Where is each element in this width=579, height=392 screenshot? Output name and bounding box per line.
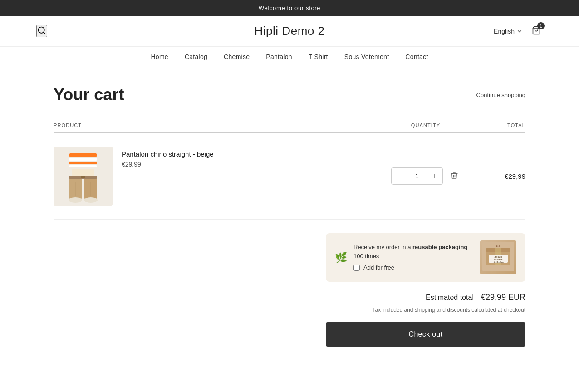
nav-item-chemise[interactable]: Chemise xyxy=(224,53,250,60)
nav-item-contact[interactable]: Contact xyxy=(405,53,428,60)
cart-item-row: Pantalon chino straight - beige €29,99 −… xyxy=(54,133,525,220)
reusable-text-part2: 100 times xyxy=(353,253,379,260)
nav-item-pantalon[interactable]: Pantalon xyxy=(266,53,292,60)
chevron-down-icon xyxy=(516,28,523,34)
tax-note: Tax included and shipping and discounts … xyxy=(326,307,525,313)
store-title: Hipli Demo 2 xyxy=(254,24,324,38)
language-label: English xyxy=(494,28,515,35)
cart-button[interactable]: 1 xyxy=(530,24,543,38)
reusable-text: Receive my order in a reusable packaging… xyxy=(353,243,474,272)
reusable-text-part1: Receive my order in a xyxy=(353,244,412,250)
search-icon xyxy=(37,26,46,35)
reusable-text-bold: reusable packaging xyxy=(412,244,467,250)
svg-text:Hiplt.: Hiplt. xyxy=(496,245,501,248)
nav-item-sous-vetement[interactable]: Sous Vetement xyxy=(344,53,389,60)
svg-line-1 xyxy=(44,32,45,34)
quantity-column: − + xyxy=(380,167,471,185)
quantity-input[interactable] xyxy=(408,168,426,184)
column-header-product: Product xyxy=(54,122,380,128)
reusable-packaging-banner: 🌿 Receive my order in a reusable packagi… xyxy=(326,233,525,282)
cart-badge: 1 xyxy=(537,22,545,29)
estimated-total-value: €29,99 EUR xyxy=(481,293,525,302)
cart-summary: 🌿 Receive my order in a reusable packagi… xyxy=(54,233,525,347)
column-header-quantity: Quantity xyxy=(380,122,471,128)
reusable-preview-text: Je suis un colis réutilisable Hiplt. xyxy=(482,242,514,273)
reusable-package-preview: Je suis un colis réutilisable Hiplt. xyxy=(480,240,516,274)
svg-rect-4 xyxy=(69,153,97,157)
product-price: €29,99 xyxy=(122,161,214,168)
announcement-bar: Welcome to our store xyxy=(0,0,579,16)
add-for-free-label[interactable]: Add for free xyxy=(363,263,394,272)
decrease-quantity-button[interactable]: − xyxy=(392,168,408,184)
main-content: Your cart Continue shopping Product Quan… xyxy=(17,67,562,383)
cart-title: Your cart xyxy=(54,85,124,104)
header-right: English 1 xyxy=(494,24,543,38)
cart-header: Your cart Continue shopping xyxy=(54,85,525,104)
product-column: Pantalon chino straight - beige €29,99 xyxy=(54,147,380,206)
add-for-free-checkbox[interactable] xyxy=(353,265,360,271)
header: Hipli Demo 2 English 1 xyxy=(0,16,579,47)
svg-point-16 xyxy=(84,197,98,203)
search-button[interactable] xyxy=(36,25,47,37)
nav-item-tshirt[interactable]: T Shirt xyxy=(309,53,328,60)
main-nav: Home Catalog Chemise Pantalon T Shirt So… xyxy=(0,47,579,67)
leaf-icon: 🌿 xyxy=(335,252,347,264)
svg-rect-6 xyxy=(69,162,97,164)
total-column: €29,99 xyxy=(471,172,525,180)
svg-rect-5 xyxy=(69,158,97,161)
estimated-total-label: Estimated total xyxy=(426,294,474,302)
add-for-free-row: Add for free xyxy=(353,263,474,272)
column-header-total: Total xyxy=(471,122,525,128)
checkout-button[interactable]: Check out xyxy=(326,322,525,347)
trash-icon xyxy=(450,172,458,180)
quantity-controls: − + xyxy=(391,167,443,185)
svg-text:réutilisable: réutilisable xyxy=(493,261,504,264)
increase-quantity-button[interactable]: + xyxy=(426,168,442,184)
svg-text:un colis: un colis xyxy=(494,258,503,261)
header-left xyxy=(36,25,47,37)
svg-point-15 xyxy=(69,197,82,203)
product-info: Pantalon chino straight - beige €29,99 xyxy=(122,147,214,168)
product-image xyxy=(54,147,113,206)
product-name: Pantalon chino straight - beige xyxy=(122,150,214,158)
estimated-total-row: Estimated total €29,99 EUR xyxy=(326,293,525,302)
delete-item-button[interactable] xyxy=(448,170,460,183)
continue-shopping-button[interactable]: Continue shopping xyxy=(476,92,525,98)
announcement-text: Welcome to our store xyxy=(259,5,320,11)
svg-rect-12 xyxy=(81,176,85,178)
language-selector[interactable]: English xyxy=(494,28,523,35)
nav-item-home[interactable]: Home xyxy=(151,53,168,60)
svg-rect-7 xyxy=(69,165,97,167)
cart-table-header: Product Quantity Total xyxy=(54,118,525,133)
nav-item-catalog[interactable]: Catalog xyxy=(185,53,207,60)
